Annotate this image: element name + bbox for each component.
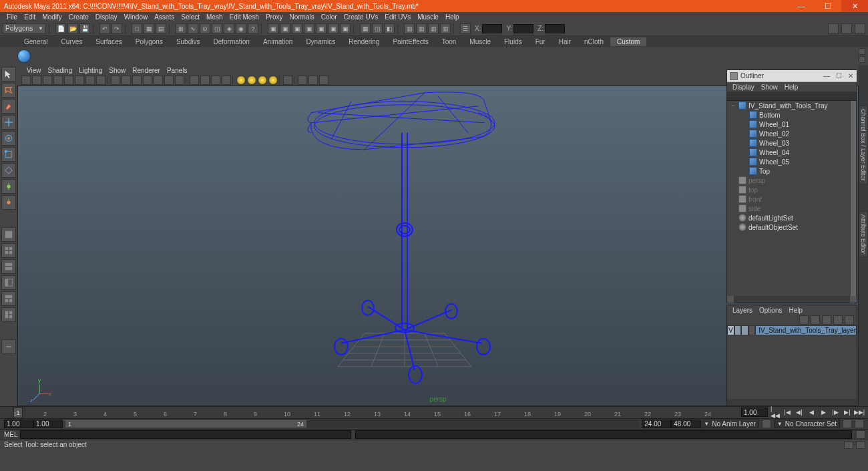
file-new-icon[interactable]: 📄 — [55, 23, 66, 34]
shelf-tab-general[interactable]: General — [17, 37, 55, 46]
layout-two-h[interactable] — [1, 259, 16, 274]
paint-select-tool[interactable] — [1, 99, 16, 114]
shelf-tab-hair[interactable]: Hair — [552, 37, 578, 46]
outliner-item[interactable]: top — [727, 185, 857, 194]
layer-row[interactable]: V IV_Stand_with_Tools_Tray_layer — [727, 325, 857, 335]
render-view-icon[interactable]: ▣ — [328, 23, 339, 34]
range-slider[interactable]: 124 — [65, 420, 639, 428]
vp-shade-3-icon[interactable] — [132, 75, 142, 85]
tool-help-icon[interactable]: ? — [248, 23, 258, 34]
go-end-button[interactable]: ▶▶| — [855, 408, 864, 417]
xform-abs-icon[interactable]: ▥ — [428, 23, 439, 34]
vp-shade-4-icon[interactable] — [143, 75, 152, 85]
autokey-button[interactable] — [843, 420, 852, 428]
coord-z-input[interactable] — [545, 24, 565, 33]
layers-menu-options[interactable]: Options — [756, 307, 785, 314]
menu-edit-mesh[interactable]: Edit Mesh — [226, 13, 261, 21]
vp-shade-5-icon[interactable] — [154, 75, 163, 85]
vp-menu-shading[interactable]: Shading — [45, 67, 75, 74]
rotate-tool[interactable] — [1, 131, 16, 146]
shelf-tab-subdivs[interactable]: Subdivs — [170, 37, 207, 46]
layout-btn-3[interactable] — [855, 23, 865, 34]
menu-help[interactable]: Help — [443, 13, 462, 21]
outliner-hscroll[interactable] — [727, 296, 857, 303]
vp-light-1-icon[interactable] — [236, 75, 246, 85]
layers-menu-help[interactable]: Help — [786, 307, 805, 314]
tab-attribute-editor[interactable]: Attribute Editor — [859, 211, 868, 258]
layout-btn-1[interactable] — [828, 23, 839, 34]
scale-tool[interactable] — [1, 147, 16, 162]
file-open-icon[interactable]: 📂 — [67, 23, 78, 34]
coord-y-input[interactable] — [513, 24, 533, 33]
outliner-item[interactable]: Top — [727, 166, 857, 176]
shelf-tab-toon[interactable]: Toon — [435, 37, 463, 46]
outliner-item[interactable]: Wheel_05 — [727, 157, 857, 166]
menu-color[interactable]: Color — [318, 13, 340, 21]
shelf-tab-custom[interactable]: Custom — [610, 37, 646, 46]
vp-camera-icon[interactable] — [21, 75, 31, 85]
layers-hscroll[interactable] — [727, 399, 857, 406]
vp-wire-icon[interactable] — [190, 75, 199, 85]
outliner-maximize[interactable]: ☐ — [833, 72, 845, 80]
sel-obj-icon[interactable]: □ — [132, 23, 142, 34]
shelf-tab-surfaces[interactable]: Surfaces — [89, 37, 128, 46]
outliner-item[interactable]: −IV_Stand_with_Tools_Tray — [727, 101, 857, 110]
render-ipr-icon[interactable]: ▣ — [304, 23, 314, 34]
maximize-button[interactable]: ☐ — [815, 0, 841, 12]
layer-type-toggle[interactable] — [734, 325, 742, 335]
vp-xray2-icon[interactable] — [308, 75, 318, 85]
input-ops-icon[interactable]: ◧ — [384, 23, 395, 34]
last-tool[interactable] — [1, 195, 16, 210]
vp-grid-icon[interactable] — [53, 75, 63, 85]
coord-x-input[interactable] — [482, 24, 502, 33]
render-frame-icon[interactable]: ▣ — [292, 23, 302, 34]
outliner-menu-show[interactable]: Show — [758, 84, 781, 91]
shelf-tab-muscle[interactable]: Muscle — [463, 37, 497, 46]
shelf-tab-fluids[interactable]: Fluids — [497, 37, 529, 46]
layers-menu-layers[interactable]: Layers — [730, 307, 755, 314]
menu-modify[interactable]: Modify — [39, 13, 64, 21]
shelf-tab-dynamics[interactable]: Dynamics — [299, 37, 342, 46]
outliner-item[interactable]: Bottom — [727, 110, 857, 120]
construction-history-icon[interactable]: ▦ — [360, 23, 371, 34]
vp-shade-1-icon[interactable] — [111, 75, 120, 85]
go-start-button[interactable]: |◀◀ — [771, 408, 780, 417]
script-editor-button[interactable] — [856, 430, 865, 439]
vp-menu-lighting[interactable]: Lighting — [76, 67, 105, 74]
sel-comp-icon[interactable]: ▦ — [144, 23, 154, 34]
outliner-close[interactable]: ✕ — [845, 72, 857, 80]
vp-bookmark-icon[interactable] — [32, 75, 41, 85]
layer-ref-toggle[interactable] — [741, 325, 748, 335]
layer-tool-5[interactable] — [845, 315, 854, 325]
menu-create-uvs[interactable]: Create UVs — [341, 13, 381, 21]
cmd-input[interactable] — [20, 430, 351, 439]
menu-proxy[interactable]: Proxy — [263, 13, 286, 21]
outliner-item[interactable]: defaultLightSet — [727, 213, 857, 222]
render-settings-icon[interactable]: ▣ — [340, 23, 351, 34]
vp-xray-icon[interactable] — [298, 75, 307, 85]
toolbox-collapse-icon[interactable] — [1, 339, 16, 354]
layer-tool-2[interactable] — [811, 315, 820, 325]
snap-curve-icon[interactable]: ∿ — [188, 23, 198, 34]
prefs-button[interactable] — [855, 420, 864, 428]
menu-create[interactable]: Create — [66, 13, 91, 21]
play-fwd-button[interactable]: ▶ — [819, 408, 828, 417]
menu-assets[interactable]: Assets — [152, 13, 177, 21]
xform-rel-icon[interactable]: ▥ — [416, 23, 427, 34]
vp-menu-show[interactable]: Show — [106, 67, 128, 74]
minimize-button[interactable]: — — [788, 0, 815, 12]
shelf-tab-painteffects[interactable]: PaintEffects — [386, 37, 435, 46]
selection-mode-dropdown[interactable]: Polygons▼ — [3, 23, 46, 34]
outliner-vscroll[interactable] — [850, 101, 857, 296]
vp-iso-icon[interactable] — [283, 75, 292, 85]
range-end-field[interactable]: 48.00 — [671, 420, 700, 428]
layer-tool-4[interactable] — [833, 315, 843, 325]
snap-view-icon[interactable]: ◈ — [224, 23, 234, 34]
redo-icon[interactable]: ↷ — [112, 23, 122, 34]
vp-shade-7-icon[interactable] — [175, 75, 184, 85]
vp-safe-icon[interactable] — [75, 75, 84, 85]
ipr-icon[interactable]: ▣ — [268, 23, 278, 34]
snap-grid-icon[interactable]: ⊞ — [176, 23, 186, 34]
vp-menu-renderer[interactable]: Renderer — [130, 67, 163, 74]
anim-layer-opt[interactable] — [762, 420, 771, 428]
